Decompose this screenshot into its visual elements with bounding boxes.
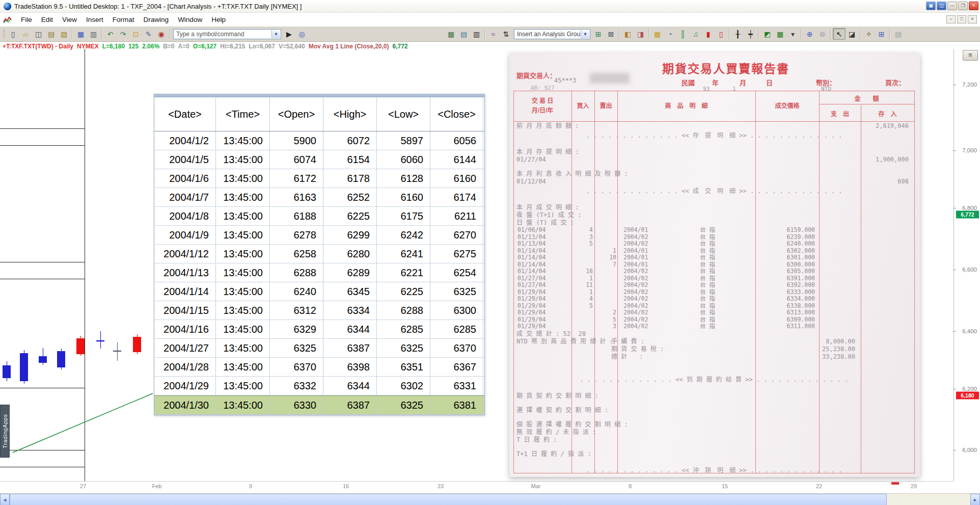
compress-bars-icon[interactable]: ┿: [744, 28, 757, 40]
status-exchange: NYMEX: [77, 43, 99, 50]
chart-flag-icon[interactable]: ◨: [634, 28, 647, 40]
scrollbar-track[interactable]: [887, 494, 970, 505]
run-command-icon[interactable]: ▶: [283, 28, 295, 40]
menu-item-view[interactable]: View: [58, 14, 81, 25]
new-workspace-icon[interactable]: ▤: [45, 28, 58, 40]
menu-item-format[interactable]: Format: [108, 14, 139, 25]
copy-window-icon[interactable]: ◫: [32, 28, 45, 40]
text-tool-icon[interactable]: ◪: [846, 28, 858, 40]
symbol-command-input[interactable]: Type a symbol/command▼: [173, 29, 281, 39]
redo-icon[interactable]: ↷: [117, 28, 129, 40]
format-painter-icon[interactable]: ✎: [142, 28, 155, 40]
ohlc-row[interactable]: 2004/1/1413:45:006240634562256325: [154, 282, 484, 301]
scrollbar-thumb[interactable]: [10, 494, 887, 505]
report-line: 日 盤 (T) 成 交 :: [516, 219, 912, 227]
volume-bars-icon[interactable]: ║: [676, 28, 689, 40]
menu-item-help[interactable]: Help: [207, 14, 230, 25]
chart-type-icon[interactable]: ▦: [774, 28, 786, 40]
report-trade-row: 01/27/04112004/02台 指6392.000: [516, 282, 912, 289]
horizontal-scrollbar[interactable]: ◄ ►: [0, 493, 980, 505]
ohlc-row[interactable]: 2004/1/1313:45:006288628962216254: [154, 263, 484, 282]
zoom-out-icon[interactable]: ⊖: [816, 28, 829, 40]
child-minimize-button[interactable]: –: [946, 15, 956, 23]
menu-item-window[interactable]: Window: [173, 14, 207, 25]
open-folder-icon[interactable]: ▱: [19, 28, 32, 40]
ohlc-row[interactable]: 2004/1/2713:45:006325638763256370: [154, 339, 484, 358]
toolbar-separator: [101, 29, 102, 39]
sort-icon[interactable]: ⇅: [500, 28, 512, 40]
undo-icon[interactable]: ↶: [104, 28, 117, 40]
data-window-icon[interactable]: ▤: [892, 28, 905, 40]
clock-interval-icon[interactable]: ◔: [664, 28, 676, 40]
ohlc-cell: 6370: [430, 339, 483, 357]
zoom-in-icon[interactable]: ⊕: [803, 28, 816, 40]
ohlc-row[interactable]: 2004/1/513:45:006074615460606144: [154, 150, 484, 169]
ohlc-row[interactable]: 2004/1/713:45:006163625261606174: [154, 188, 484, 207]
strategy-off-icon[interactable]: ⊠: [605, 28, 617, 40]
ohlc-row[interactable]: 2004/1/1513:45:006312633462886300: [154, 301, 484, 320]
price-tick-mark: [953, 85, 956, 85]
scroll-left-button[interactable]: ◄: [0, 494, 10, 505]
tick-chart-icon[interactable]: ♫: [689, 28, 702, 40]
report-spacer: [516, 414, 912, 421]
ohlc-row[interactable]: 2004/1/1213:45:006258628062416275: [154, 245, 484, 263]
time-axis-label: 27: [80, 483, 86, 489]
ohlc-row[interactable]: 2004/1/913:45:006278629962426270: [154, 226, 484, 245]
strategy-on-icon[interactable]: ⊞: [592, 28, 605, 40]
format-window-icon[interactable]: ⊞: [875, 28, 888, 40]
chart-analysis-icon[interactable]: ◧: [621, 28, 634, 40]
restore-button[interactable]: ❒: [958, 2, 968, 10]
child-close-button[interactable]: ×: [968, 15, 977, 23]
candlestick-up-icon[interactable]: ▮: [702, 28, 715, 40]
desktop-button-2[interactable]: ◫: [937, 2, 946, 10]
ohlc-row[interactable]: 2004/1/3013:45:006330638763256381: [154, 395, 484, 415]
close-button[interactable]: ×: [969, 2, 978, 10]
scroll-right-button[interactable]: ►: [970, 494, 980, 505]
menu-item-drawing[interactable]: Drawing: [139, 14, 174, 25]
ohlc-header-cell: <Time>: [216, 97, 270, 131]
price-axis[interactable]: 7,2007,0006,8006,6006,4006,2006,0006,772…: [956, 42, 980, 490]
quote-board-icon[interactable]: ▤: [457, 28, 470, 40]
report-month-label: 月: [740, 77, 746, 87]
matrix-icon[interactable]: ▥: [470, 28, 483, 40]
bar-color-icon[interactable]: ◩: [761, 28, 774, 40]
new-document-icon[interactable]: ▯: [7, 28, 19, 40]
ohlc-row[interactable]: 2004/1/2813:45:006370639863516367: [154, 358, 484, 377]
child-restore-button[interactable]: □: [957, 15, 966, 23]
ohlc-cell: 6254: [430, 263, 483, 282]
colors-icon[interactable]: ◉: [155, 28, 168, 40]
time-axis[interactable]: 27Feb91623Mar8152229: [0, 482, 954, 492]
menu-item-file[interactable]: File: [16, 14, 37, 25]
calendar-interval-icon[interactable]: ▦: [651, 28, 664, 40]
ohlc-row[interactable]: 2004/1/813:45:006188622561756211: [154, 207, 484, 226]
report-trade-row: 01/29/0432004/02台 指6311.000: [516, 323, 912, 330]
chart-status-line: +T:TXF.TXT(TWD) - DailyNYMEXL=6,1801252.…: [3, 43, 412, 50]
save-icon[interactable]: ▦: [74, 28, 87, 40]
status-line-settings-button[interactable]: ≣: [963, 50, 978, 61]
minimize-button[interactable]: —: [947, 2, 957, 10]
hot-list-icon[interactable]: ≈: [487, 28, 500, 40]
drawing-tools-icon[interactable]: ✧: [862, 28, 875, 40]
expand-bars-icon[interactable]: ╂: [731, 28, 744, 40]
ohlc-row[interactable]: 2004/1/1613:45:006329634462856285: [154, 320, 484, 339]
save-workspace-icon[interactable]: ▨: [58, 28, 70, 40]
print-icon[interactable]: ▥: [87, 28, 100, 40]
chart-type-arrow-icon[interactable]: ▾: [786, 28, 799, 40]
ohlc-row[interactable]: 2004/1/613:45:006172617861286160: [154, 169, 484, 188]
insert-analysis-select[interactable]: Insert an Analysis Grou▼: [514, 29, 590, 39]
ohlc-row[interactable]: 2004/1/2913:45:006332634463026331: [154, 377, 484, 395]
report-line: 本 月 利 息 收 入 明 細 及 稅 額 :: [516, 170, 912, 178]
tradingapps-tab[interactable]: TradingApps: [0, 405, 10, 458]
toolbar: ▯▱◫▤▨▦▥↶↷⊡✎◉Type a symbol/command▼▶◎▦▤▥≈…: [0, 26, 980, 42]
menu-item-edit[interactable]: Edit: [37, 14, 58, 25]
symbol-lookup-icon[interactable]: ◎: [295, 28, 308, 40]
pointer-tool-icon[interactable]: ↖: [833, 28, 846, 40]
candlestick-hollow-icon[interactable]: ▯: [715, 28, 727, 40]
menu-item-insert[interactable]: Insert: [81, 14, 108, 25]
ohlc-data-table[interactable]: <Date><Time><Open><High><Low><Close> 200…: [154, 94, 485, 415]
radar-screen-icon[interactable]: ▦: [445, 28, 457, 40]
desktop-button-1[interactable]: ▣: [926, 2, 936, 10]
toolbar-grip[interactable]: [3, 29, 5, 39]
ohlc-row[interactable]: 2004/1/213:45:005900607258976056: [154, 131, 484, 150]
lock-icon[interactable]: ⊡: [129, 28, 142, 40]
